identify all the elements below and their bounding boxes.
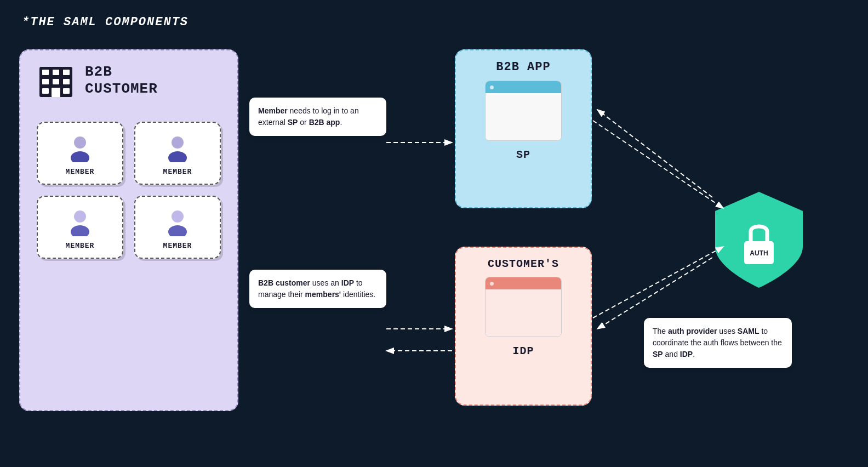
b2b-customer-title: B2BCUSTOMER xyxy=(85,64,158,98)
b2b-app-box: B2B APP SP xyxy=(455,49,592,208)
svg-point-11 xyxy=(71,151,89,162)
callout-member-login: Member needs to log in to an external SP… xyxy=(249,98,386,136)
arrow-auth-to-sp xyxy=(597,110,712,197)
browser-top-blue xyxy=(486,81,561,93)
arrow-idp-to-auth xyxy=(593,247,723,318)
callout-b2b-idp: B2B customer uses an IDP to manage their… xyxy=(249,270,386,308)
sp-label: SP xyxy=(516,149,530,161)
member-card: MEMBER xyxy=(37,196,123,259)
svg-rect-7 xyxy=(42,88,49,94)
person-icon-1 xyxy=(66,134,94,162)
page-title: *THE SAML COMPONENTS xyxy=(22,15,189,29)
b2b-customer-box: B2BCUSTOMER MEMBER MEMBER MEMBER xyxy=(19,49,238,411)
browser-body-red xyxy=(486,289,561,337)
person-icon-4 xyxy=(163,208,192,236)
idp-browser xyxy=(485,277,562,337)
browser-body xyxy=(486,93,561,140)
member-card: MEMBER xyxy=(134,122,221,185)
svg-rect-6 xyxy=(63,79,70,84)
svg-rect-4 xyxy=(42,79,49,84)
auth-shield-container: AUTH xyxy=(707,186,811,291)
browser-dot xyxy=(490,86,494,89)
svg-rect-3 xyxy=(63,70,70,75)
member-card: MEMBER xyxy=(134,196,221,259)
customer-idp-box: CUSTOMER'S IDP xyxy=(455,247,592,406)
building-icon xyxy=(37,61,75,100)
member-label-2: MEMBER xyxy=(163,168,192,176)
browser-top-red xyxy=(486,277,561,289)
auth-shield-svg: AUTH xyxy=(707,186,811,291)
person-icon-3 xyxy=(66,208,94,236)
svg-point-12 xyxy=(172,136,184,149)
svg-point-17 xyxy=(168,225,187,236)
svg-point-10 xyxy=(74,136,86,149)
svg-point-16 xyxy=(172,210,184,223)
svg-rect-1 xyxy=(42,70,49,75)
member-label-1: MEMBER xyxy=(66,168,95,176)
b2b-app-browser xyxy=(485,81,562,141)
browser-dot-red xyxy=(490,282,494,286)
svg-point-15 xyxy=(71,225,89,236)
svg-rect-2 xyxy=(53,70,59,75)
svg-rect-9 xyxy=(52,88,60,97)
b2b-app-title: B2B APP xyxy=(496,60,550,74)
svg-point-13 xyxy=(168,151,187,162)
arrow-sp-to-auth xyxy=(593,121,723,208)
person-icon-2 xyxy=(163,134,192,162)
callout-auth-saml: The auth provider uses SAML to coordinat… xyxy=(644,318,792,368)
member-label-3: MEMBER xyxy=(66,242,95,250)
svg-text:AUTH: AUTH xyxy=(750,249,768,257)
customer-idp-title: CUSTOMER'S xyxy=(488,258,559,270)
b2b-customer-header: B2BCUSTOMER xyxy=(31,61,226,100)
svg-rect-8 xyxy=(63,88,70,94)
members-grid: MEMBER MEMBER MEMBER MEMBER xyxy=(31,116,226,264)
svg-point-14 xyxy=(74,210,86,223)
member-card: MEMBER xyxy=(37,122,123,185)
member-label-4: MEMBER xyxy=(163,242,192,250)
idp-label: IDP xyxy=(512,345,534,357)
svg-rect-5 xyxy=(53,79,59,84)
